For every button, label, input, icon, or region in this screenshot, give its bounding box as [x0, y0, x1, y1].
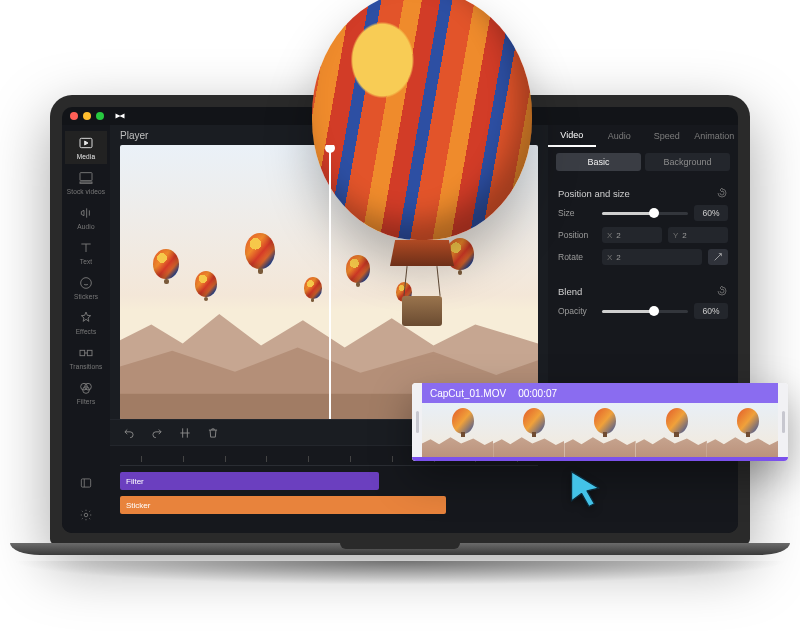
- sidebar-item-media[interactable]: Media: [65, 131, 107, 164]
- section-title-position: Position and size: [558, 188, 630, 199]
- sidebar-item-stickers[interactable]: Stickers: [65, 271, 107, 304]
- svg-rect-2: [80, 182, 92, 183]
- timeline-track-filter[interactable]: Filter: [120, 472, 379, 490]
- undo-icon[interactable]: [122, 426, 136, 440]
- svg-rect-1: [80, 173, 92, 181]
- reset-icon[interactable]: [716, 285, 728, 297]
- sidebar-item-stock[interactable]: Stock videos: [65, 166, 107, 199]
- sidebar-item-transitions[interactable]: Transitions: [65, 341, 107, 374]
- sidebar-item-filters[interactable]: Filters: [65, 376, 107, 409]
- maximize-icon[interactable]: [96, 112, 104, 120]
- size-value[interactable]: 60%: [694, 205, 728, 221]
- laptop-frame: Media Stock videos Audio Text: [50, 95, 750, 569]
- rotate-label: Rotate: [558, 252, 596, 262]
- close-icon[interactable]: [70, 112, 78, 120]
- svg-rect-9: [81, 479, 90, 487]
- video-preview[interactable]: [120, 145, 538, 419]
- clip-timecode: 00:00:07: [518, 388, 557, 399]
- tab-speed[interactable]: Speed: [643, 125, 691, 147]
- timeline-track-sticker[interactable]: Sticker: [120, 496, 446, 514]
- clip-filename: CapCut_01.MOV: [430, 388, 506, 399]
- window-controls[interactable]: [70, 112, 104, 120]
- clip-handle-left[interactable]: [412, 383, 422, 461]
- sidebar-item-label: Stickers: [74, 293, 98, 300]
- text-icon: [78, 240, 94, 256]
- tab-audio[interactable]: Audio: [596, 125, 644, 147]
- player-column: Player: [110, 125, 548, 533]
- sidebar-item-audio[interactable]: Audio: [65, 201, 107, 234]
- opacity-label: Opacity: [558, 306, 596, 316]
- size-label: Size: [558, 208, 596, 218]
- rotate-tool-icon[interactable]: [708, 249, 728, 265]
- clip-handle-right[interactable]: [778, 383, 788, 461]
- rotate-x-input[interactable]: X2: [602, 249, 702, 265]
- svg-rect-5: [87, 350, 92, 355]
- laptop-base: [10, 543, 790, 569]
- left-sidebar: Media Stock videos Audio Text: [62, 125, 110, 533]
- media-icon: [78, 135, 94, 151]
- subtab-basic[interactable]: Basic: [556, 153, 641, 171]
- audio-icon: [78, 205, 94, 221]
- opacity-value[interactable]: 60%: [694, 303, 728, 319]
- window-titlebar: [62, 107, 738, 125]
- svg-point-10: [84, 513, 88, 517]
- sidebar-item-label: Effects: [76, 328, 97, 335]
- tab-video[interactable]: Video: [548, 125, 596, 147]
- sidebar-item-label: Media: [77, 153, 95, 160]
- sidebar-item-label: Transitions: [70, 363, 103, 370]
- playhead[interactable]: [329, 145, 331, 419]
- sidebar-item-label: Text: [80, 258, 92, 265]
- position-x-input[interactable]: X2: [602, 227, 662, 243]
- app-logo-icon: [114, 110, 126, 122]
- video-editor-app: Media Stock videos Audio Text: [62, 107, 738, 533]
- clip-thumbnails[interactable]: [422, 403, 778, 461]
- split-icon[interactable]: [178, 426, 192, 440]
- subtab-background[interactable]: Background: [645, 153, 730, 171]
- reset-icon[interactable]: [716, 187, 728, 199]
- stock-icon: [78, 170, 94, 186]
- stickers-icon: [78, 275, 94, 291]
- position-y-input[interactable]: Y2: [668, 227, 728, 243]
- filters-icon: [78, 380, 94, 396]
- section-title-blend: Blend: [558, 286, 582, 297]
- svg-rect-4: [80, 350, 85, 355]
- settings-icon[interactable]: [74, 503, 98, 527]
- opacity-slider[interactable]: [602, 310, 688, 313]
- player-title: Player: [120, 130, 148, 141]
- minimize-icon[interactable]: [83, 112, 91, 120]
- effects-icon: [78, 310, 94, 326]
- sidebar-item-effects[interactable]: Effects: [65, 306, 107, 339]
- svg-point-3: [81, 278, 92, 289]
- properties-panel: Video Audio Speed Animation Basic Backgr…: [548, 125, 738, 533]
- clip-strip-popout[interactable]: CapCut_01.MOV 00:00:07: [412, 383, 788, 461]
- delete-icon[interactable]: [206, 426, 220, 440]
- tab-animation[interactable]: Animation: [691, 125, 739, 147]
- transitions-icon: [78, 345, 94, 361]
- size-slider[interactable]: [602, 212, 688, 215]
- sidebar-expand-icon[interactable]: [74, 471, 98, 495]
- sidebar-item-text[interactable]: Text: [65, 236, 107, 269]
- sidebar-item-label: Audio: [77, 223, 94, 230]
- position-label: Position: [558, 230, 596, 240]
- sidebar-item-label: Filters: [77, 398, 96, 405]
- sidebar-item-label: Stock videos: [67, 188, 105, 195]
- redo-icon[interactable]: [150, 426, 164, 440]
